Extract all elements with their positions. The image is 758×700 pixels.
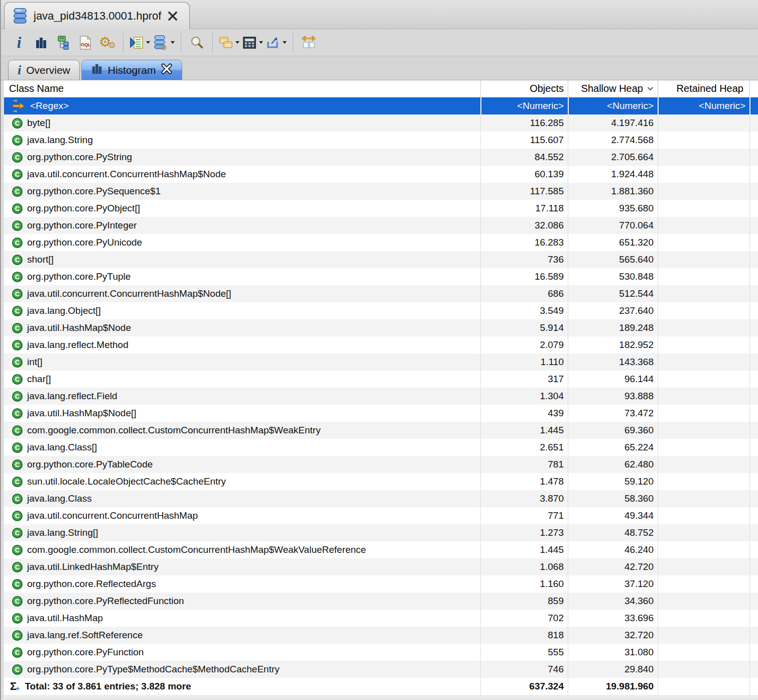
info-icon: i <box>18 64 21 77</box>
calculator-button[interactable] <box>241 31 265 54</box>
row-filler <box>749 507 758 524</box>
tab-histogram-label: Histogram <box>108 64 156 76</box>
objects-cell: 115.607 <box>480 132 568 149</box>
class-name-label: com.google.common.collect.CustomConcurre… <box>27 544 366 555</box>
shallow-heap-cell: 73.472 <box>568 405 658 422</box>
class-name-label: org.python.core.PySequence$1 <box>27 186 161 197</box>
compare-button[interactable] <box>298 31 320 54</box>
search-button[interactable] <box>186 31 208 54</box>
column-header-objects[interactable]: Objects <box>480 80 568 97</box>
table-row[interactable]: C byte[] 116.285 4.197.416 <box>4 114 758 132</box>
tab-histogram[interactable]: Histogram <box>81 60 183 80</box>
table-row[interactable]: C int[] 1.110 143.368 <box>4 354 758 371</box>
histogram-button[interactable] <box>30 31 52 54</box>
dominator-tree-icon <box>56 36 70 50</box>
table-row[interactable]: C short[] 736 565.640 <box>4 251 758 268</box>
table-row[interactable]: C java.util.HashMap$Node[] 439 73.472 <box>4 405 758 422</box>
table-row[interactable]: C java.lang.Class[] 2.651 65.224 <box>4 439 758 456</box>
table-row[interactable]: C java.lang.Object[] 3.549 237.640 <box>4 302 758 319</box>
shallow-heap-cell: 32.720 <box>568 627 658 644</box>
retained-heap-cell <box>658 524 749 541</box>
class-icon: C <box>12 562 23 572</box>
column-header-shallow-heap[interactable]: Shallow Heap <box>568 80 658 97</box>
table-row[interactable]: C org.python.core.PyUnicode 16.283 651.3… <box>4 234 758 251</box>
objects-cell: 1.160 <box>480 575 568 593</box>
shallow-heap-cell: 62.480 <box>568 456 658 473</box>
row-filler <box>749 149 758 166</box>
shallow-heap-cell: 182.952 <box>568 336 658 354</box>
table-row[interactable]: C org.python.core.PyTuple 16.589 530.848 <box>4 268 758 285</box>
table-row[interactable]: C java.lang.reflect.Field 1.304 93.888 <box>4 388 758 405</box>
run-expert-test-icon <box>130 36 144 49</box>
table-row[interactable]: C java.lang.String[] 1.273 48.752 <box>4 524 758 541</box>
table-row[interactable]: C java.util.LinkedHashMap$Entry 1.068 42… <box>4 558 758 575</box>
retained-heap-cell <box>658 490 749 507</box>
customize-gear-small-icon: ⚙ <box>108 41 115 50</box>
class-icon: C <box>12 238 23 248</box>
tab-overview-label: Overview <box>26 64 70 76</box>
run-expert-test-button[interactable] <box>128 31 152 54</box>
customize-button[interactable]: ⚙⚙ <box>96 31 118 54</box>
table-row[interactable]: C org.python.core.PyInteger 32.086 770.0… <box>4 217 758 234</box>
retained-heap-cell <box>658 234 749 251</box>
table-row[interactable]: C char[] 317 96.144 <box>4 371 758 388</box>
tab-overview[interactable]: i Overview <box>8 60 80 80</box>
total-row[interactable]: Σ+ Total: 33 of 3.861 entries; 3.828 mor… <box>4 678 758 695</box>
table-row[interactable]: C java.util.concurrent.ConcurrentHashMap… <box>4 507 758 524</box>
class-icon: C <box>12 255 23 265</box>
table-row[interactable]: C org.python.core.ReflectedArgs 1.160 37… <box>4 575 758 593</box>
column-header-class-name[interactable]: Class Name <box>4 80 480 97</box>
row-filler <box>749 268 758 285</box>
table-row[interactable]: C java.util.concurrent.ConcurrentHashMap… <box>4 166 758 183</box>
table-row[interactable]: C java.lang.Class 3.870 58.360 <box>4 490 758 507</box>
editor-tab-heap-dump[interactable]: java_pid34813.0001.hprof <box>4 2 190 29</box>
export-button[interactable] <box>265 31 288 54</box>
table-row[interactable]: C java.lang.ref.SoftReference 818 32.720 <box>4 627 758 644</box>
table-row[interactable]: C java.lang.String 115.607 2.774.568 <box>4 132 758 149</box>
class-name-label: char[] <box>27 374 51 385</box>
objects-cell: 1.445 <box>480 541 568 558</box>
table-row[interactable]: C org.python.core.PyType$MethodCache$Met… <box>4 661 758 678</box>
retained-heap-filter-input[interactable]: <Numeric> <box>658 97 749 114</box>
close-icon[interactable] <box>161 63 173 77</box>
dominator-tree-button[interactable] <box>52 31 74 54</box>
table-row[interactable]: C com.google.common.collect.CustomConcur… <box>4 541 758 558</box>
table-row[interactable]: C java.util.HashMap 702 33.696 <box>4 610 758 627</box>
table-row[interactable]: C org.python.core.PyString 84.552 2.705.… <box>4 149 758 166</box>
table-row[interactable]: C java.util.concurrent.ConcurrentHashMap… <box>4 285 758 302</box>
class-name-label: java.util.HashMap <box>27 613 103 624</box>
svg-text:OQL: OQL <box>81 42 91 47</box>
row-filler <box>749 336 758 354</box>
column-header-retained-heap[interactable]: Retained Heap <box>658 80 749 97</box>
toolbar: i <box>1 29 758 56</box>
objects-cell: 3.549 <box>480 302 568 319</box>
class-icon: C <box>12 203 23 214</box>
class-name-label: short[] <box>27 254 54 265</box>
group-by-button[interactable] <box>217 31 241 54</box>
table-row[interactable]: C org.python.core.PyReflectedFunction 85… <box>4 593 758 610</box>
table-row[interactable]: C java.lang.reflect.Method 2.079 182.952 <box>4 336 758 354</box>
table-row[interactable]: C org.python.core.PyTableCode 781 62.480 <box>4 456 758 473</box>
shallow-heap-filter-input[interactable]: <Numeric> <box>568 97 658 114</box>
table-row[interactable]: C com.google.common.collect.CustomConcur… <box>4 422 758 439</box>
table-row[interactable]: C org.python.core.PyObject[] 17.118 935.… <box>4 200 758 217</box>
class-name-label: org.python.core.PyUnicode <box>27 237 142 248</box>
histogram-rows: C byte[] 116.285 4.197.416 C java.lang.S… <box>4 114 758 678</box>
retained-heap-cell <box>658 183 749 200</box>
table-row[interactable]: C java.util.HashMap$Node 5.914 189.248 <box>4 319 758 336</box>
table-row[interactable]: C org.python.core.PyFunction 555 31.080 <box>4 644 758 661</box>
info-button[interactable]: i <box>8 31 30 54</box>
oql-button[interactable]: OQL <box>74 31 96 54</box>
class-icon: C <box>12 220 23 231</box>
histogram-icon <box>91 63 103 77</box>
close-icon[interactable] <box>167 11 178 22</box>
query-browser-button[interactable]: ⚙ <box>152 31 176 54</box>
retained-heap-cell <box>658 251 749 268</box>
query-browser-icon: ⚙ <box>153 35 168 50</box>
regex-filter-input[interactable]: <Regex> <box>4 97 480 114</box>
class-icon: C <box>12 374 23 385</box>
objects-filter-input[interactable]: <Numeric> <box>480 97 568 114</box>
table-row[interactable]: C org.python.core.PySequence$1 117.585 1… <box>4 183 758 200</box>
table-row[interactable]: C sun.util.locale.LocaleObjectCache$Cach… <box>4 473 758 490</box>
compare-icon <box>302 36 316 50</box>
